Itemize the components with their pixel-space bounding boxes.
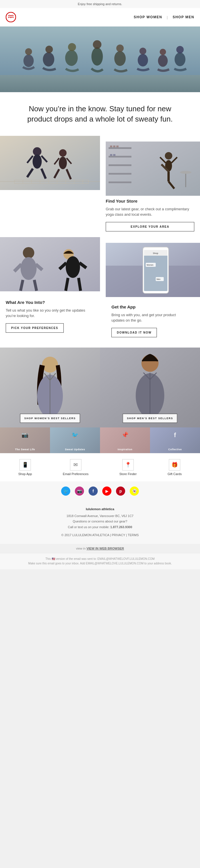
shop-app-label: Shop App [18,472,32,476]
twitter-link[interactable]: 🐦 [61,487,70,496]
fine-print-line2: Make sure this email goes to your inbox.… [8,561,192,566]
nav-divider: | [167,15,168,20]
find-store-body: Grab our latest gear, or check out a com… [106,206,194,217]
pinterest-icon: 📌 [121,431,128,438]
svg-rect-49 [110,146,112,147]
social-facebook[interactable]: f Collective [150,428,200,453]
svg-point-23 [33,154,42,168]
email-prefs-icon: ✉ [70,459,81,470]
svg-rect-63 [0,237,100,291]
svg-rect-2 [0,75,200,92]
lululemon-logo[interactable] [6,12,16,22]
svg-point-28 [59,149,66,157]
facebook-link[interactable]: f [89,487,98,496]
shop-womens-best-sellers-button[interactable]: SHOP WOMEN’S BEST SELLERS [20,414,80,423]
address-footer: lululemon athletica 1818 Cornwall Avenue… [0,501,200,544]
youtube-link[interactable]: ▶ [102,487,111,496]
svg-rect-47 [109,173,132,175]
brand-name: lululemon athletica [6,506,194,512]
footer-nav-app[interactable]: 📱 Shop App [18,459,32,476]
what-into-title: What Are You Into? [6,300,94,305]
svg-point-14 [138,54,148,66]
svg-rect-79 [144,250,167,291]
svg-rect-51 [116,146,119,147]
col-yoga-studio: Find Your Store Grab our latest gear, or… [100,136,200,237]
gift-cards-icon: 🎁 [169,459,180,470]
hero-image [0,27,200,92]
shop-mens-best-sellers-button[interactable]: SHOP MEN’S BEST SELLERS [122,414,177,423]
svg-point-54 [165,152,172,159]
dance-image [0,136,100,190]
svg-rect-44 [109,147,132,149]
best-sellers-section: SHOP WOMEN’S BEST SELLERS [0,347,200,428]
instagram-link[interactable]: 📷 [75,487,84,496]
social-twitter[interactable]: 🐦 Sweat Updates [50,428,100,453]
social-pinterest[interactable]: 📌 Inspiration [100,428,150,453]
womens-best-sellers-col: SHOP WOMEN’S BEST SELLERS [0,347,100,428]
svg-point-9 [68,43,76,51]
nav-links: SHOP WOMEN | SHOP MEN [134,15,194,20]
social-links-row: 🐦 📷 f ▶ p 👻 [0,482,200,501]
instagram-label: The Sweat Life [15,448,35,451]
svg-point-19 [176,46,184,53]
facebook-label: Collective [168,448,182,451]
get-app-title: Get the App [111,305,189,309]
svg-point-7 [46,45,53,53]
get-app-body: Bring us with you, and get your product … [111,312,189,323]
facebook-icon: f [174,431,176,439]
svg-point-4 [23,55,34,67]
svg-text:Shop: Shop [153,252,158,254]
svg-point-12 [114,51,126,66]
web-browser-link: view in view in WEB BROWSER [0,544,200,553]
svg-point-17 [160,49,166,55]
web-browser-text: view in [76,547,87,550]
phone-info: Call or text us on your mobile: 1.877.26… [6,524,194,530]
store-finder-icon: 📍 [122,459,134,470]
phone-label: Call or text us on your mobile: [68,525,109,529]
footer-nav: 📱 Shop App ✉ Email Preferences 📍 Store F… [0,453,200,482]
svg-rect-43 [106,142,200,196]
header: SHOP WOMEN | SHOP MEN [0,8,200,27]
svg-point-18 [175,53,185,66]
twitter-label: Sweat Updates [65,448,85,451]
social-instagram[interactable]: 📷 The Sweat Life [0,428,50,453]
pick-preferences-button[interactable]: PICK YOUR PREFERENCES [6,323,64,333]
svg-point-64 [23,247,34,258]
phone-number: 1.877.263.9300 [110,525,132,529]
svg-point-15 [139,48,146,55]
svg-text:Men: Men [156,278,161,280]
svg-point-5 [25,48,32,55]
yoga-studio-image [106,142,194,196]
shop-women-link[interactable]: SHOP WOMEN [134,15,162,19]
svg-point-62 [180,171,192,174]
svg-point-6 [43,52,54,66]
svg-rect-52 [110,154,112,156]
footer-nav-gift[interactable]: 🎁 Gift Cards [167,459,182,476]
email-container: Enjoy free shipping and returns. SHOP WO… [0,0,200,569]
what-into-body: Tell us what you like so you only get th… [6,308,94,319]
fine-print: This 🇺🇸 version of the email was sent to… [0,553,200,569]
social-channels-bar: 📷 The Sweat Life 🐦 Sweat Updates 📌 Inspi… [0,428,200,453]
col-dance [0,136,100,237]
col-app: Shop Women Men Get the App Bring us with… [100,237,200,347]
web-browser-anchor[interactable]: view in WEB BROWSER [87,547,124,550]
svg-point-29 [59,157,67,169]
col-fighters: What Are You Into? Tell us what you like… [0,237,100,347]
gift-cards-label: Gift Cards [167,472,182,476]
instagram-icon: 📷 [22,431,29,438]
svg-rect-48 [109,182,132,183]
footer-nav-email[interactable]: ✉ Email Preferences [63,459,89,476]
fine-print-line1: This 🇺🇸 version of the email was sent to… [8,557,192,561]
svg-point-13 [116,44,124,52]
snapchat-link[interactable]: 👻 [130,487,139,496]
footer-nav-store[interactable]: 📍 Store Finder [119,459,137,476]
svg-point-65 [21,257,36,280]
shop-men-link[interactable]: SHOP MEN [173,15,194,19]
pinterest-link[interactable]: p [116,487,125,496]
headline-text: Now you’re in the know. Stay tuned for n… [17,103,183,124]
two-col-top: Find Your Store Grab our latest gear, or… [0,136,200,237]
svg-point-8 [65,50,78,66]
download-app-button[interactable]: DOWNLOAD IT NOW [111,328,157,337]
two-col-bottom: What Are You Into? Tell us what you like… [0,237,200,347]
explore-area-button[interactable]: EXPLORE YOUR AREA [106,222,194,231]
